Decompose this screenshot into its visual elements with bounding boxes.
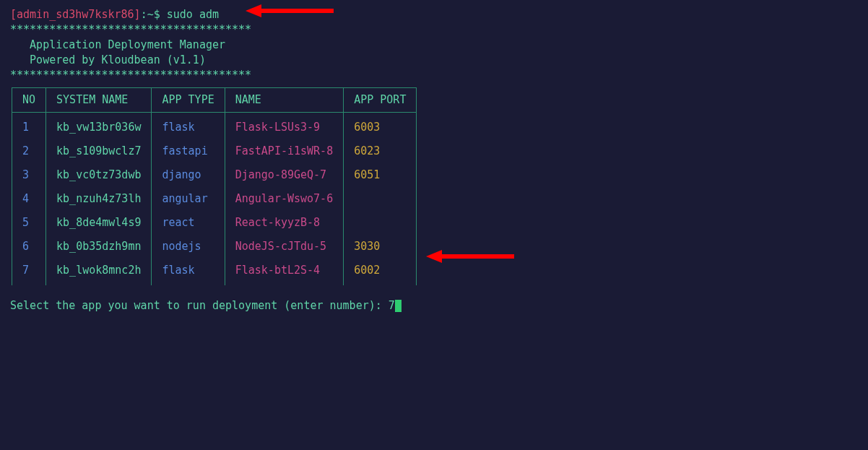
arrow-head-icon xyxy=(426,250,442,263)
arrow-shaft xyxy=(261,9,334,13)
table-row: 7kb_lwok8mnc2hflaskFlask-btL2S-46002 xyxy=(12,259,417,285)
app-port: 6002 xyxy=(344,259,417,285)
table-header-row: NO SYSTEM NAME APP TYPE NAME APP PORT xyxy=(12,88,417,113)
shell-prompt[interactable]: [admin_sd3hw7kskr86]:~$ sudo adm xyxy=(10,7,858,22)
no: 2 xyxy=(12,139,46,163)
select-prompt-line[interactable]: Select the app you want to run deploymen… xyxy=(10,298,858,313)
app-type: flask xyxy=(152,259,225,285)
prompt-open-bracket: [ xyxy=(10,8,17,21)
app-type: fastapi xyxy=(152,139,225,163)
table-row: 6kb_0b35dzh9mnnodejsNodeJS-cJTdu-53030 xyxy=(12,235,417,259)
banner-stars-top: ************************************* xyxy=(10,22,858,38)
banner-line-2: Powered by Kloudbean (v1.1) xyxy=(10,53,858,68)
prompt-close-bracket: ] xyxy=(134,8,141,21)
system-name: kb_8de4mwl4s9 xyxy=(46,211,152,235)
col-name: NAME xyxy=(225,88,343,113)
no: 3 xyxy=(12,163,46,187)
arrow-shaft xyxy=(442,254,514,259)
no: 6 xyxy=(12,235,46,259)
prompt-cwd: ~ xyxy=(147,8,154,21)
cursor-icon xyxy=(395,300,402,312)
app-type: angular xyxy=(152,187,225,211)
app-port: 6023 xyxy=(344,139,417,163)
app-type: django xyxy=(152,163,225,187)
app-type: react xyxy=(152,211,225,235)
no: 4 xyxy=(12,187,46,211)
system-name: kb_vw13br036w xyxy=(46,113,152,140)
system-name: kb_lwok8mnc2h xyxy=(46,259,152,285)
prompt-command: sudo adm xyxy=(167,8,219,21)
app-name: FastAPI-i1sWR-8 xyxy=(225,139,343,163)
arrow-head-icon xyxy=(246,4,261,17)
banner-stars-bottom: ************************************* xyxy=(10,68,858,83)
system-name: kb_0b35dzh9mn xyxy=(46,235,152,259)
table-row: 1kb_vw13br036wflaskFlask-LSUs3-96003 xyxy=(12,113,417,140)
no: 5 xyxy=(12,211,46,235)
app-type: flask xyxy=(152,113,225,140)
app-type: nodejs xyxy=(152,235,225,259)
system-name: kb_nzuh4z73lh xyxy=(46,187,152,211)
col-no: NO xyxy=(12,88,46,113)
app-name: Flask-btL2S-4 xyxy=(225,259,343,285)
app-port: 3030 xyxy=(344,235,417,259)
app-name: NodeJS-cJTdu-5 xyxy=(225,235,343,259)
banner-line-1: Application Deployment Manager xyxy=(10,38,858,53)
system-name: kb_s109bwclz7 xyxy=(46,139,152,163)
app-name: Django-89GeQ-7 xyxy=(225,163,343,187)
select-prompt-text: Select the app you want to run deploymen… xyxy=(10,299,389,312)
prompt-sep: : xyxy=(141,8,147,21)
app-port xyxy=(344,187,417,211)
app-port xyxy=(344,211,417,235)
app-name: Flask-LSUs3-9 xyxy=(225,113,343,140)
prompt-user: admin_sd3hw7kskr86 xyxy=(17,8,134,21)
table-row: 5kb_8de4mwl4s9reactReact-kyyzB-8 xyxy=(12,211,417,235)
col-port: APP PORT xyxy=(344,88,417,113)
app-port: 6003 xyxy=(344,113,417,140)
app-name: Angular-Wswo7-6 xyxy=(225,187,343,211)
prompt-sigil: $ xyxy=(154,8,160,21)
system-name: kb_vc0tz73dwb xyxy=(46,163,152,187)
app-name: React-kyyzB-8 xyxy=(225,211,343,235)
no: 7 xyxy=(12,259,46,285)
table-row: 3kb_vc0tz73dwbdjangoDjango-89GeQ-76051 xyxy=(12,163,417,187)
select-input-value[interactable]: 7 xyxy=(389,299,395,312)
annotation-arrow-1 xyxy=(246,4,334,17)
annotation-arrow-2 xyxy=(426,250,514,263)
table-row: 2kb_s109bwclz7fastapiFastAPI-i1sWR-86023 xyxy=(12,139,417,163)
app-port: 6051 xyxy=(344,163,417,187)
col-system: SYSTEM NAME xyxy=(46,88,152,113)
col-apptype: APP TYPE xyxy=(152,88,225,113)
no: 1 xyxy=(12,113,46,140)
table-row: 4kb_nzuh4z73lhangularAngular-Wswo7-6 xyxy=(12,187,417,211)
